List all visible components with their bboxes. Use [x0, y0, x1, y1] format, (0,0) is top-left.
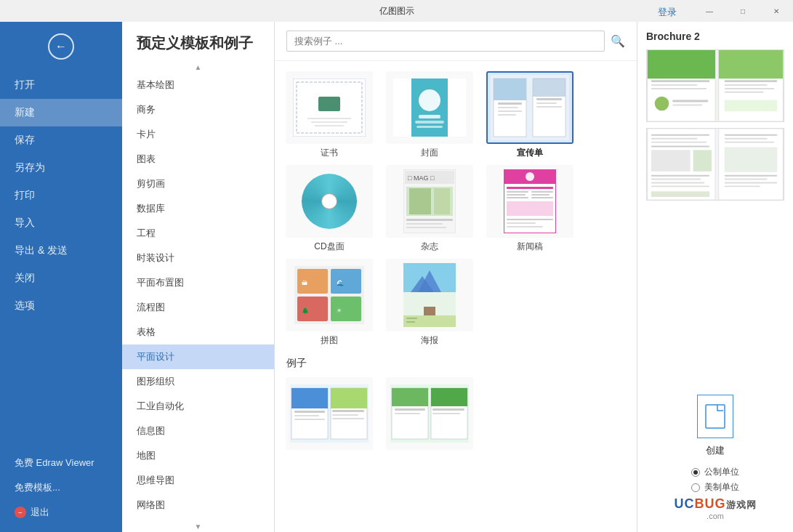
category-item-11[interactable]: 平面设计	[122, 344, 274, 369]
svg-rect-119	[725, 179, 768, 180]
sidebar-item-exit[interactable]: − 退出	[0, 500, 122, 525]
sidebar-item-print[interactable]: 打印	[0, 182, 122, 209]
category-item-16[interactable]: 思维导图	[122, 468, 274, 493]
preview-panel: Brochure 2	[637, 22, 793, 532]
template-name-poster: 海报	[421, 334, 438, 347]
template-thumb-cd	[286, 165, 373, 238]
svg-rect-15	[498, 102, 522, 105]
category-item-8[interactable]: 平面布置图	[122, 270, 274, 295]
search-input[interactable]	[286, 31, 605, 52]
sidebar-item-free-template[interactable]: 免费模板...	[0, 475, 122, 500]
maximize-button[interactable]: □	[726, 0, 760, 22]
back-button[interactable]: ←	[0, 22, 122, 71]
example-thumb-2	[386, 377, 473, 450]
svg-rect-18	[498, 114, 516, 116]
template-item-poster[interactable]: 海报	[382, 259, 477, 347]
template-item-cover[interactable]: 封面	[382, 71, 477, 159]
svg-rect-37	[507, 191, 528, 193]
svg-rect-49	[331, 269, 361, 294]
scroll-down-arrow[interactable]: ▼	[122, 521, 274, 532]
example-thumb-1	[286, 377, 373, 450]
svg-rect-117	[725, 147, 778, 172]
svg-rect-30	[406, 219, 453, 221]
svg-rect-118	[725, 175, 778, 177]
category-list: 基本绘图 商务 卡片 图表 剪切画 数据库 工程 时装设计 平面布置图 流程图 …	[122, 73, 274, 521]
category-item-10[interactable]: 表格	[122, 320, 274, 344]
example-item-2[interactable]	[382, 377, 477, 450]
category-item-13[interactable]: 工业自动化	[122, 394, 274, 419]
sidebar-item-saveas[interactable]: 另存为	[0, 154, 122, 182]
category-item-12[interactable]: 图形组织	[122, 369, 274, 394]
radio-item-custom[interactable]: 美制单位	[691, 481, 739, 493]
sidebar-item-save[interactable]: 保存	[0, 126, 122, 154]
svg-rect-122	[706, 405, 725, 428]
sidebar-item-export[interactable]: 导出 & 发送	[0, 237, 122, 265]
search-button[interactable]: 🔍	[611, 34, 625, 48]
template-item-puzzle[interactable]: 🏔 🌊 🌲 ☀ 拼图	[282, 259, 377, 347]
category-item-7[interactable]: 时装设计	[122, 246, 274, 270]
category-item-14[interactable]: 信息图	[122, 419, 274, 443]
svg-point-97	[655, 97, 669, 111]
sidebar-item-close[interactable]: 关闭	[0, 265, 122, 292]
template-thumb-brochure	[486, 71, 573, 144]
create-area: 创建 公制单位 美制单位	[646, 395, 784, 493]
template-item-certificate[interactable]: 证书	[282, 71, 377, 159]
template-item-newsletter[interactable]: 新闻稿	[483, 165, 577, 253]
svg-rect-104	[651, 138, 698, 140]
template-grid-mid: CD盘面 □ MAG □	[282, 162, 629, 256]
back-circle-icon[interactable]: ←	[48, 33, 74, 60]
category-item-6[interactable]: 工程	[122, 221, 274, 246]
template-name-certificate: 证书	[321, 147, 338, 159]
svg-rect-88	[719, 50, 783, 78]
svg-rect-74	[294, 419, 325, 420]
template-name-magazine: 杂志	[421, 241, 438, 253]
svg-rect-93	[725, 100, 778, 112]
template-name-cd: CD盘面	[314, 241, 344, 253]
create-button[interactable]: 创建	[706, 444, 725, 457]
category-item-9[interactable]: 流程图	[122, 295, 274, 320]
back-arrow-icon: ←	[55, 40, 67, 53]
svg-rect-46	[507, 226, 543, 227]
category-item-1[interactable]: 商务	[122, 97, 274, 122]
sidebar-item-free-viewer[interactable]: 免费 Edraw Viewer	[0, 451, 122, 475]
svg-rect-38	[507, 194, 526, 196]
svg-rect-28	[409, 188, 431, 214]
close-button[interactable]: ✕	[760, 0, 793, 22]
svg-rect-109	[651, 175, 709, 177]
svg-rect-98	[672, 100, 708, 102]
svg-rect-11	[416, 126, 443, 128]
template-grid-top: 证书	[282, 68, 629, 162]
svg-rect-45	[507, 222, 536, 224]
svg-rect-20	[533, 78, 565, 97]
svg-rect-42	[531, 197, 553, 198]
template-item-cd[interactable]: CD盘面	[282, 165, 377, 253]
category-item-3[interactable]: 图表	[122, 147, 274, 172]
template-item-magazine[interactable]: □ MAG □ 杂志	[382, 165, 477, 253]
category-item-0[interactable]: 基本绘图	[122, 73, 274, 97]
category-item-5[interactable]: 数据库	[122, 196, 274, 221]
svg-rect-105	[651, 142, 707, 143]
template-thumb-cover	[386, 71, 473, 144]
preview-title: Brochure 2	[646, 31, 784, 42]
category-item-15[interactable]: 地图	[122, 443, 274, 468]
template-item-brochure[interactable]: 宣传单	[483, 71, 577, 159]
category-item-4[interactable]: 剪切画	[122, 172, 274, 196]
minimize-button[interactable]: —	[693, 0, 726, 22]
svg-rect-29	[434, 188, 450, 214]
svg-rect-91	[725, 88, 775, 89]
scroll-up-arrow[interactable]: ▲	[122, 62, 274, 73]
login-link[interactable]: 登录	[658, 6, 677, 19]
content-area: 预定义模板和例子 ▲ 基本绘图 商务 卡片 图表 剪切画 数据库 工程 时装设计…	[122, 22, 793, 532]
sidebar-item-options[interactable]: 选项	[0, 292, 122, 320]
sidebar-item-new[interactable]: 新建	[0, 99, 122, 126]
svg-rect-99	[672, 104, 702, 105]
category-item-2[interactable]: 卡片	[122, 122, 274, 147]
template-thumb-poster	[386, 259, 473, 331]
sidebar-item-import[interactable]: 导入	[0, 209, 122, 237]
radio-item-public[interactable]: 公制单位	[691, 466, 739, 478]
preview-image-2	[646, 128, 784, 201]
sidebar-item-open[interactable]: 打开	[0, 71, 122, 99]
category-item-17[interactable]: 网络图	[122, 493, 274, 517]
example-item-1[interactable]	[282, 377, 377, 450]
svg-rect-96	[651, 88, 707, 89]
